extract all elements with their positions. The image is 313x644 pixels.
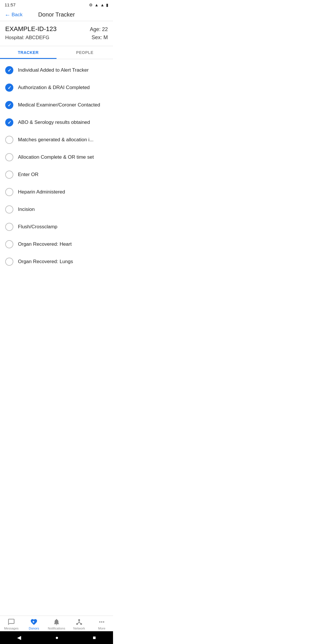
checkbox-5 [5,136,13,144]
patient-row-2: Hospital: ABCDEFG Sex: M [5,35,108,41]
patient-row-1: EXAMPLE-ID-123 Age: 22 [5,25,108,33]
checkbox-9 [5,205,13,214]
back-arrow-icon: ← [5,12,10,18]
item-label-4: ABO & Serology results obtained [18,120,90,125]
checklist-item-2[interactable]: ✓ Authorization & DRAI Completed [0,79,113,96]
checklist: ✓ Individual Added to Alert Tracker ✓ Au… [0,59,113,273]
item-label-8: Heparin Administered [18,189,65,195]
checkmark-icon-3: ✓ [8,102,11,108]
item-label-2: Authorization & DRAI Completed [18,85,90,91]
header: ← Back Donor Tracker [0,8,113,21]
patient-sex: Sex: M [92,35,108,41]
status-icons: ⚙ ▲ ▲ ▮ [89,3,108,7]
page-title: Donor Tracker [38,11,75,18]
checkbox-3: ✓ [5,101,13,109]
checkbox-4: ✓ [5,118,13,126]
checklist-item-7[interactable]: Enter OR [0,166,113,183]
patient-id: EXAMPLE-ID-123 [5,25,57,33]
checkbox-7 [5,171,13,179]
checklist-item-8[interactable]: Heparin Administered [0,183,113,201]
tabs: TRACKER PEOPLE [0,46,113,59]
wifi-icon: ▲ [94,3,99,7]
back-button[interactable]: ← Back [5,12,23,18]
item-label-12: Organ Recovered: Lungs [18,259,73,265]
checklist-item-5[interactable]: Matches generated & allocation i... [0,131,113,149]
item-label-5: Matches generated & allocation i... [18,137,94,143]
checkbox-12 [5,258,13,266]
checkmark-icon-4: ✓ [8,120,11,125]
tab-tracker[interactable]: TRACKER [0,46,57,59]
settings-icon: ⚙ [89,3,93,7]
battery-icon: ▮ [106,3,108,7]
item-label-10: Flush/Crossclamp [18,224,57,230]
checklist-item-12[interactable]: Organ Recovered: Lungs [0,253,113,270]
checkbox-2: ✓ [5,84,13,92]
patient-info: EXAMPLE-ID-123 Age: 22 Hospital: ABCDEFG… [0,21,113,46]
patient-age: Age: 22 [90,26,108,32]
checklist-item-10[interactable]: Flush/Crossclamp [0,218,113,236]
item-label-9: Incision [18,207,35,212]
status-bar: 11:57 ⚙ ▲ ▲ ▮ [0,0,113,8]
checklist-item-1[interactable]: ✓ Individual Added to Alert Tracker [0,61,113,79]
item-label-7: Enter OR [18,172,39,178]
checklist-item-3[interactable]: ✓ Medical Examiner/Coroner Contacted [0,96,113,114]
item-label-11: Organ Recovered: Heart [18,241,72,247]
checkmark-icon-1: ✓ [8,68,11,73]
status-time: 11:57 [5,2,16,7]
signal-icon: ▲ [100,3,104,7]
tab-people[interactable]: PEOPLE [57,46,113,59]
item-label-3: Medical Examiner/Coroner Contacted [18,102,100,108]
patient-hospital: Hospital: ABCDEFG [5,35,49,41]
item-label-6: Allocation Complete & OR time set [18,154,94,160]
back-label: Back [12,12,23,18]
checklist-item-9[interactable]: Incision [0,201,113,218]
checklist-item-11[interactable]: Organ Recovered: Heart [0,236,113,253]
checklist-item-4[interactable]: ✓ ABO & Serology results obtained [0,114,113,131]
item-label-1: Individual Added to Alert Tracker [18,67,89,73]
checkmark-icon-2: ✓ [8,85,11,91]
checkbox-1: ✓ [5,66,13,74]
checkbox-11 [5,240,13,248]
checkbox-10 [5,223,13,231]
checkbox-6 [5,153,13,161]
checkbox-8 [5,188,13,196]
checklist-item-6[interactable]: Allocation Complete & OR time set [0,149,113,166]
